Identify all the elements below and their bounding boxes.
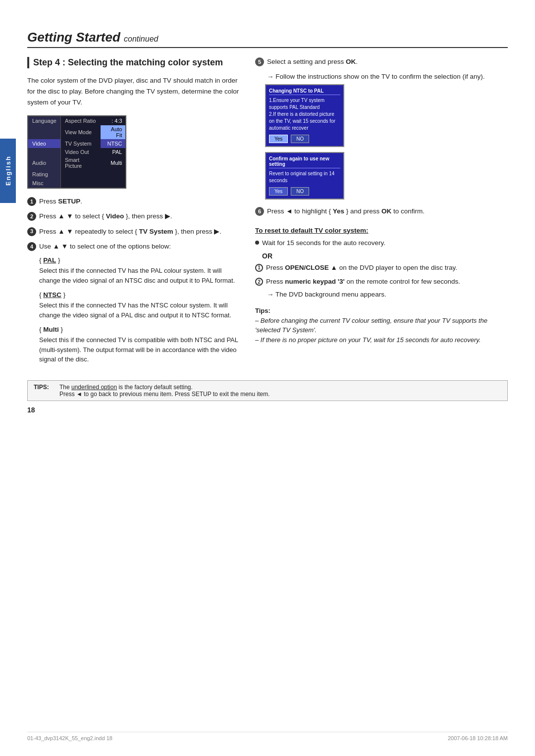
dialog-ntsc-pal: Changing NTSC to PAL 1.Ensure your TV sy… [265, 84, 344, 147]
option-multi-title: { Multi } [39, 326, 240, 333]
step-1-text: Press SETUP. [39, 197, 82, 206]
right-column: 5 Select a setting and press OK. → Follo… [255, 57, 508, 370]
option-multi: { Multi } Select this if the connected T… [39, 326, 240, 364]
dialog1-no-button[interactable]: NO [291, 135, 309, 143]
page-container: English Getting Started continued Step 4… [0, 0, 535, 756]
dialog1-yes-button[interactable]: Yes [269, 135, 288, 143]
menu-cell-language: Language [28, 116, 60, 125]
reset-wait-text: Wait for 15 seconds for the auto recover… [262, 238, 385, 248]
reset-step2-text: Press numeric keypad '3' on the remote c… [266, 277, 460, 287]
main-content: Getting Started continued Step 4 : Selec… [27, 0, 508, 414]
reset-circle-1: 1 [255, 264, 263, 272]
step-2-text: Press ▲ ▼ to select { Video }, then pres… [39, 211, 172, 221]
step-circle-1: 1 [27, 197, 36, 206]
reset-section: To reset to default TV color system: Wai… [255, 227, 508, 299]
left-steps-list: 1 Press SETUP. 2 Press ▲ ▼ to select { V… [27, 197, 240, 252]
reset-item-2: 2 Press numeric keypad '3' on the remote… [255, 277, 508, 287]
page-header: Getting Started continued [27, 30, 508, 48]
menu-label-tvsystem: TV System [60, 139, 100, 148]
bottom-tips-bar: TIPS: The underlined option is the facto… [27, 380, 508, 401]
menu-row: Misc [28, 179, 125, 188]
dialog2-buttons: Yes NO [269, 187, 340, 196]
step-circle-6: 6 [255, 207, 264, 216]
step-6-text: Press ◄ to highlight { Yes } and press O… [267, 206, 425, 216]
english-tab-label: English [4, 156, 12, 186]
step-item-1: 1 Press SETUP. [27, 197, 240, 206]
step-5-container: 5 Select a setting and press OK. [255, 57, 508, 67]
menu-label-aspect: Aspect Ratio [60, 116, 100, 125]
menu-value-empty2 [101, 179, 125, 188]
reset-circle-2: 2 [255, 278, 263, 286]
reset-step1-text: Press OPEN/CLOSE ▲ on the DVD player to … [266, 263, 457, 273]
dialog1-line1: 1.Ensure your TV system supports PAL Sta… [269, 97, 340, 111]
tips-italic-section: Tips: – Before changing the current TV c… [255, 306, 508, 345]
step-circle-4: 4 [27, 242, 36, 251]
menu-label-empty1 [60, 170, 100, 179]
english-tab: English [0, 139, 16, 203]
step-3-text: Press ▲ ▼ repeatedly to select { TV Syst… [39, 227, 221, 237]
dialog-confirm: Confirm again to use new setting Revert … [265, 152, 344, 200]
tips-line1: – Before changing the current TV colour … [255, 316, 508, 335]
menu-label-videoout: Video Out [60, 148, 100, 156]
menu-label-viewmode: View Mode [60, 125, 100, 139]
option-pal-desc: Select this if the connected TV has the … [39, 266, 240, 285]
menu-cell-audio: Audio [28, 156, 60, 170]
menu-row: Video Out PAL [28, 148, 125, 156]
step-circle-3: 3 [27, 227, 36, 236]
step-6-container: 6 Press ◄ to highlight { Yes } and press… [255, 206, 508, 216]
tips-bar-text1: The underlined option is the factory def… [59, 384, 193, 391]
menu-row: Rating [28, 170, 125, 179]
dialog2-no-button[interactable]: NO [291, 187, 309, 196]
reset-title: To reset to default TV color system: [255, 227, 508, 234]
page-title: Getting Started continued [27, 30, 508, 45]
two-column-layout: Step 4 : Selecting the matching color sy… [27, 57, 508, 370]
dialog2-title: Confirm again to use new setting [269, 156, 340, 168]
options-container: { PAL } Select this if the connected TV … [39, 256, 240, 364]
step-heading: Step 4 : Selecting the matching color sy… [27, 57, 240, 68]
menu-row: Language Aspect Ratio : 4:3 [28, 116, 125, 125]
page-number: 18 [27, 406, 508, 414]
page-footer: 01-43_dvp3142K_55_eng2.indd 18 2007-06-1… [27, 732, 508, 741]
reset-arrow: → The DVD background menu appears. [267, 291, 508, 298]
step-4-text: Use ▲ ▼ to select one of the options bel… [39, 242, 171, 252]
menu-value-tvsystem: NTSC [101, 139, 125, 148]
option-ntsc-desc: Select this if the connected TV has the … [39, 301, 240, 320]
menu-cell-empty1 [28, 125, 60, 139]
menu-value-videoout: PAL [101, 148, 125, 156]
step-item-4: 4 Use ▲ ▼ to select one of the options b… [27, 242, 240, 252]
option-pal-title: { PAL } [39, 256, 240, 264]
menu-row: Audio Smart Picture Multi [28, 156, 125, 170]
menu-label-smartpic: Smart Picture [60, 156, 100, 170]
reset-list-2: 1 Press OPEN/CLOSE ▲ on the DVD player t… [255, 263, 508, 287]
option-multi-desc: Select this if the connected TV is compa… [39, 335, 240, 364]
reset-item-1: 1 Press OPEN/CLOSE ▲ on the DVD player t… [255, 263, 508, 273]
step-5-text: Select a setting and press OK. [267, 57, 358, 67]
menu-cell-empty2 [28, 148, 60, 156]
menu-value-aspect: : 4:3 [101, 116, 125, 125]
dialog2-subtitle: Revert to original setting in 14 seconds [269, 170, 340, 184]
dialog1-line2: 2.If there is a distorted picture on the… [269, 111, 340, 132]
option-ntsc-title: { NTSC } [39, 291, 240, 299]
step-5-arrow: → Follow the instructions show on the TV… [267, 73, 508, 80]
tips-italic-title: Tips: [255, 306, 508, 316]
bullet-dot-icon [255, 241, 259, 245]
menu-row: Video TV System NTSC [28, 139, 125, 148]
reset-item-dot: Wait for 15 seconds for the auto recover… [255, 238, 508, 248]
dialog1-buttons: Yes NO [269, 135, 340, 143]
menu-cell-misc: Misc [28, 179, 60, 188]
step-circle-2: 2 [27, 212, 36, 221]
step-circle-5: 5 [255, 57, 264, 66]
menu-value-viewmode: Auto Fit [101, 125, 125, 139]
footer-right: 2007-06-18 10:28:18 AM [448, 735, 508, 741]
dialog1-lines: 1.Ensure your TV system supports PAL Sta… [269, 97, 340, 132]
menu-cell-video: Video [28, 139, 60, 148]
footer-left: 01-43_dvp3142K_55_eng2.indd 18 [27, 735, 112, 741]
tips-line2: – If there is no proper picture on your … [255, 335, 508, 345]
option-ntsc: { NTSC } Select this if the connected TV… [39, 291, 240, 320]
menu-value-empty1 [101, 170, 125, 179]
tips-bar-text2: Press ◄ to go back to previous menu item… [59, 391, 270, 398]
dialog2-yes-button[interactable]: Yes [269, 187, 288, 196]
intro-text: The color system of the DVD player, disc… [27, 75, 240, 107]
tips-bar-label: TIPS: [34, 384, 54, 398]
menu-table: Language Aspect Ratio : 4:3 View Mode Au… [28, 116, 125, 188]
